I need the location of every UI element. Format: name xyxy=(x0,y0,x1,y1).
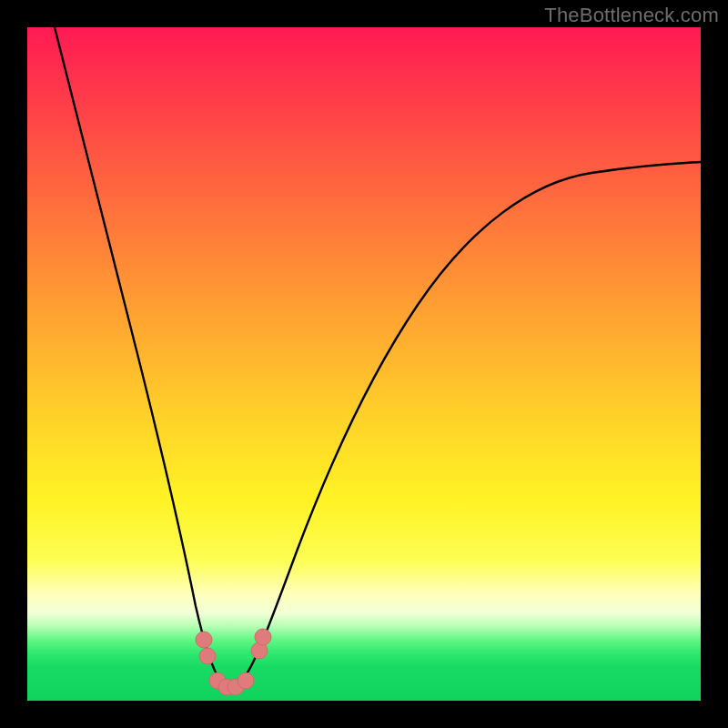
marker-dot xyxy=(199,648,216,664)
marker-dot xyxy=(196,632,212,648)
bottleneck-curve xyxy=(55,27,701,687)
marker-dot xyxy=(238,672,254,689)
plot-area xyxy=(27,27,701,701)
chart-svg xyxy=(27,27,701,701)
marker-group xyxy=(196,629,271,695)
marker-dot xyxy=(255,629,271,645)
chart-frame: TheBottleneck.com xyxy=(0,0,728,728)
watermark-text: TheBottleneck.com xyxy=(544,4,719,27)
